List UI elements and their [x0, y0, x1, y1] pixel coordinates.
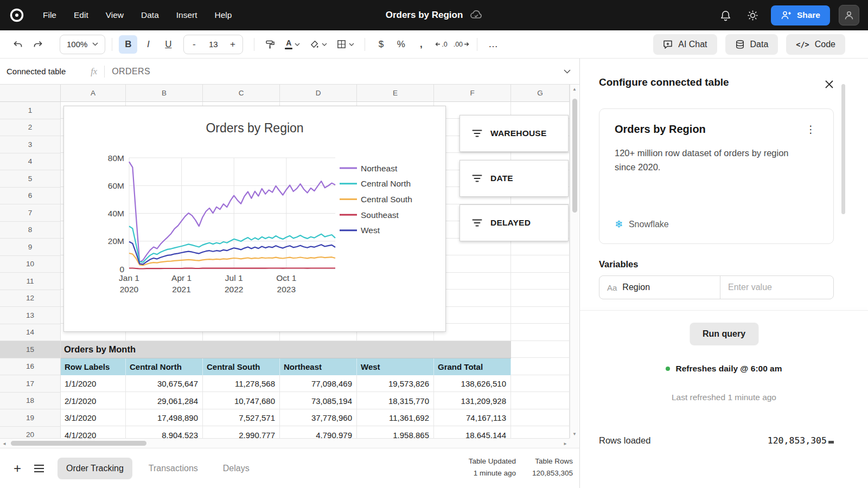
column-header-G[interactable]: G — [511, 85, 570, 102]
pivot-header[interactable]: Grand Total — [434, 358, 511, 376]
variable-value-input[interactable] — [720, 282, 833, 292]
user-avatar[interactable] — [839, 5, 859, 25]
filter-button-delayed[interactable]: DELAYED — [459, 204, 569, 241]
embedded-chart[interactable]: Orders by Region020M40M60M80MJan 12020Ap… — [63, 106, 446, 332]
grid-vertical-scrollbar[interactable]: ▲ ▼ — [570, 85, 579, 438]
cell-reference-label[interactable]: Connected table — [7, 67, 66, 76]
filter-button-warehouse[interactable]: WAREHOUSE — [459, 115, 569, 152]
pivot-header[interactable]: West — [357, 358, 434, 376]
pivot-title-row[interactable]: Orders by Month — [61, 341, 511, 358]
row-header-20[interactable]: 20 — [0, 427, 61, 439]
comma-format-button[interactable]: , — [412, 35, 430, 54]
pivot-cell[interactable]: 2,990,777 — [203, 427, 280, 439]
row-header-16[interactable]: 16 — [0, 358, 61, 376]
bold-button[interactable]: B — [119, 35, 137, 54]
pivot-cell[interactable]: 19,573,826 — [357, 375, 434, 393]
row-header-10[interactable]: 10 — [0, 256, 61, 273]
data-button[interactable]: Data — [725, 34, 778, 55]
pivot-cell[interactable]: 7,527,571 — [203, 409, 280, 427]
row-header-19[interactable]: 19 — [0, 409, 61, 427]
pivot-cell[interactable]: 74,167,113 — [434, 409, 511, 427]
theme-brightness-icon[interactable] — [744, 6, 762, 24]
column-header-B[interactable]: B — [126, 85, 203, 102]
row-header-4[interactable]: 4 — [0, 153, 61, 171]
row-header-17[interactable]: 17 — [0, 375, 61, 393]
redo-button[interactable] — [29, 35, 47, 54]
menu-help[interactable]: Help — [208, 7, 239, 24]
format-paint-icon[interactable] — [261, 35, 279, 54]
pivot-cell[interactable]: 2/1/2020 — [61, 393, 126, 410]
row-header-3[interactable]: 3 — [0, 136, 61, 153]
underline-button[interactable]: U — [159, 35, 177, 54]
formula-bar-expand-chevron-icon[interactable] — [564, 69, 571, 74]
pivot-cell[interactable]: 1,958,865 — [357, 427, 434, 439]
zoom-select[interactable]: 100% — [60, 35, 105, 54]
share-button[interactable]: Share — [771, 5, 830, 25]
pivot-header[interactable]: Central North — [126, 358, 203, 376]
sheet-tab-delays[interactable]: Delays — [214, 458, 258, 479]
scroll-up-arrow[interactable]: ▲ — [570, 85, 579, 93]
row-header-18[interactable]: 18 — [0, 393, 61, 410]
italic-button[interactable]: I — [139, 35, 157, 54]
pivot-cell[interactable]: 73,085,194 — [280, 393, 357, 410]
pivot-cell[interactable]: 30,675,647 — [126, 375, 203, 393]
add-sheet-button[interactable]: + — [7, 461, 28, 476]
spreadsheet-grid[interactable]: Orders by MonthRow LabelsCentral NorthCe… — [0, 85, 570, 438]
run-query-button[interactable]: Run query — [690, 323, 758, 345]
row-header-14[interactable]: 14 — [0, 324, 61, 342]
pivot-cell[interactable]: 11,278,568 — [203, 375, 280, 393]
pivot-cell[interactable]: 138,626,510 — [434, 375, 511, 393]
column-header-F[interactable]: F — [434, 85, 511, 102]
pivot-cell[interactable]: 77,098,469 — [280, 375, 357, 393]
row-header-7[interactable]: 7 — [0, 204, 61, 222]
percent-format-button[interactable]: % — [392, 35, 410, 54]
pivot-cell[interactable]: 17,498,890 — [126, 409, 203, 427]
pivot-cell[interactable]: 11,361,692 — [357, 409, 434, 427]
sheet-list-menu-button[interactable] — [28, 464, 50, 473]
grid-horizontal-scrollbar[interactable]: ◄ ► — [0, 438, 570, 448]
row-header-15[interactable]: 15 — [0, 341, 61, 358]
column-header-C[interactable]: C — [203, 85, 280, 102]
font-size-increase-button[interactable]: + — [222, 36, 242, 53]
pivot-cell[interactable]: 1/1/2020 — [61, 375, 126, 393]
pivot-cell[interactable]: 3/1/2020 — [61, 409, 126, 427]
close-panel-icon[interactable] — [823, 78, 835, 90]
formula-input[interactable]: ORDERS — [112, 67, 150, 76]
scroll-down-arrow[interactable]: ▼ — [570, 429, 579, 438]
font-size-value[interactable]: 13 — [204, 40, 222, 49]
font-size-decrease-button[interactable]: - — [184, 36, 204, 53]
pivot-cell[interactable]: 37,778,960 — [280, 409, 357, 427]
sheet-tab-transactions[interactable]: Transactions — [140, 458, 207, 479]
scroll-right-arrow[interactable]: ► — [561, 439, 570, 448]
menu-edit[interactable]: Edit — [67, 7, 95, 24]
text-color-dropdown[interactable]: A — [281, 35, 304, 54]
ai-chat-button[interactable]: AI Chat — [653, 34, 717, 55]
pivot-cell[interactable]: 18,645,144 — [434, 427, 511, 439]
column-header-A[interactable]: A — [61, 85, 126, 102]
row-header-1[interactable]: 1 — [0, 102, 61, 119]
column-header-E[interactable]: E — [357, 85, 434, 102]
horizontal-scroll-thumb[interactable] — [11, 441, 146, 446]
panel-scrollbar-thumb[interactable] — [841, 84, 845, 214]
pivot-cell[interactable]: 29,061,284 — [126, 393, 203, 410]
menu-view[interactable]: View — [99, 7, 131, 24]
pivot-cell[interactable]: 4,790,979 — [280, 427, 357, 439]
decrease-decimals-button[interactable]: .0 — [432, 35, 450, 54]
row-header-13[interactable]: 13 — [0, 307, 61, 324]
fill-color-dropdown[interactable] — [305, 35, 331, 54]
borders-dropdown[interactable] — [333, 35, 358, 54]
increase-decimals-button[interactable]: .00 — [452, 35, 470, 54]
column-header-D[interactable]: D — [280, 85, 357, 102]
row-header-9[interactable]: 9 — [0, 239, 61, 256]
menu-insert[interactable]: Insert — [169, 7, 205, 24]
row-header-2[interactable]: 2 — [0, 119, 61, 137]
pivot-cell[interactable]: 4/1/2020 — [61, 427, 126, 439]
currency-format-button[interactable]: $ — [372, 35, 390, 54]
row-header-8[interactable]: 8 — [0, 222, 61, 239]
pivot-cell[interactable]: 10,747,680 — [203, 393, 280, 410]
pivot-cell[interactable]: 131,209,928 — [434, 393, 511, 410]
undo-button[interactable] — [9, 35, 27, 54]
filter-button-date[interactable]: DATE — [459, 160, 569, 197]
more-formats-button[interactable]: … — [484, 35, 502, 54]
row-header-12[interactable]: 12 — [0, 290, 61, 307]
